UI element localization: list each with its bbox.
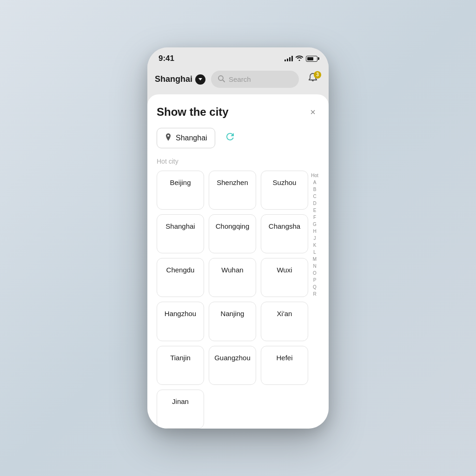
city-button[interactable]: Suzhou	[261, 171, 308, 210]
alphabet-item-J[interactable]: J	[314, 235, 316, 242]
battery-icon	[306, 56, 317, 62]
alphabet-item-E[interactable]: E	[313, 207, 317, 214]
city-grid-wrapper: HotABCDEFGHJKLMNOPQR BeijingShenzhenSuzh…	[157, 171, 319, 429]
modal-sheet: Show the city × Shanghai	[147, 94, 329, 429]
city-selector[interactable]: Shanghai	[155, 74, 205, 85]
header: Shanghai Search 3	[147, 67, 329, 94]
city-button[interactable]: Wuxi	[261, 258, 308, 297]
refresh-button[interactable]	[222, 130, 238, 146]
alphabet-item-H[interactable]: H	[313, 228, 316, 235]
city-button[interactable]: Tianjin	[157, 346, 204, 385]
current-city: Shanghai	[155, 74, 192, 84]
notification-btn[interactable]: 3	[304, 71, 321, 88]
alphabet-item-Hot[interactable]: Hot	[311, 172, 318, 179]
hot-city-label: Hot city	[157, 158, 319, 165]
search-bar[interactable]: Search	[211, 71, 299, 88]
refresh-icon	[225, 131, 236, 145]
city-button[interactable]: Shanghai	[157, 214, 204, 253]
alphabet-item-R[interactable]: R	[313, 291, 316, 298]
city-button[interactable]: Beijing	[157, 171, 204, 210]
location-pin-icon	[165, 133, 172, 143]
alphabet-item-A[interactable]: A	[313, 179, 317, 186]
search-icon	[218, 75, 225, 84]
alphabet-item-P[interactable]: P	[313, 277, 317, 284]
city-button[interactable]: Jinan	[157, 390, 204, 429]
city-button[interactable]: Shenzhen	[209, 171, 256, 210]
city-button[interactable]: Chongqing	[209, 214, 256, 253]
location-row: Shanghai	[157, 128, 319, 148]
wifi-icon	[296, 55, 303, 62]
status-bar: 9:41	[147, 47, 329, 67]
city-button[interactable]: Xi'an	[261, 302, 308, 341]
modal-title: Show the city	[157, 106, 229, 119]
city-button[interactable]: Wuhan	[209, 258, 256, 297]
svg-line-1	[223, 80, 225, 82]
alphabet-item-D[interactable]: D	[313, 200, 316, 207]
location-button[interactable]: Shanghai	[157, 128, 215, 148]
alphabet-item-F[interactable]: F	[313, 214, 316, 221]
close-button[interactable]: ×	[306, 106, 319, 119]
city-button[interactable]: Chengdu	[157, 258, 204, 297]
alphabet-item-B[interactable]: B	[313, 186, 317, 193]
signal-icon	[284, 56, 293, 61]
alphabet-item-O[interactable]: O	[313, 270, 317, 277]
city-button[interactable]: Changsha	[261, 214, 308, 253]
alphabet-item-Q[interactable]: Q	[313, 284, 317, 291]
phone-frame: 9:41 Shanghai	[147, 47, 329, 429]
status-time: 9:41	[159, 54, 174, 63]
city-grid: BeijingShenzhenSuzhouShanghaiChongqingCh…	[157, 171, 319, 429]
alphabet-item-C[interactable]: C	[313, 193, 316, 200]
city-button[interactable]: Guangzhou	[209, 346, 256, 385]
modal-header: Show the city ×	[157, 106, 319, 119]
city-button[interactable]: Nanjing	[209, 302, 256, 341]
search-placeholder: Search	[229, 75, 251, 83]
notification-badge: 3	[314, 71, 321, 79]
city-dropdown-btn[interactable]	[195, 74, 205, 85]
alphabet-index[interactable]: HotABCDEFGHJKLMNOPQR	[310, 171, 319, 429]
location-city-name: Shanghai	[176, 134, 207, 142]
status-icons	[284, 55, 317, 62]
city-button[interactable]: Hangzhou	[157, 302, 204, 341]
alphabet-item-K[interactable]: K	[313, 242, 317, 249]
city-button[interactable]: Hefei	[261, 346, 308, 385]
alphabet-item-M[interactable]: M	[313, 256, 317, 263]
alphabet-item-G[interactable]: G	[313, 221, 317, 228]
alphabet-item-N[interactable]: N	[313, 263, 316, 270]
alphabet-item-L[interactable]: L	[313, 249, 316, 256]
